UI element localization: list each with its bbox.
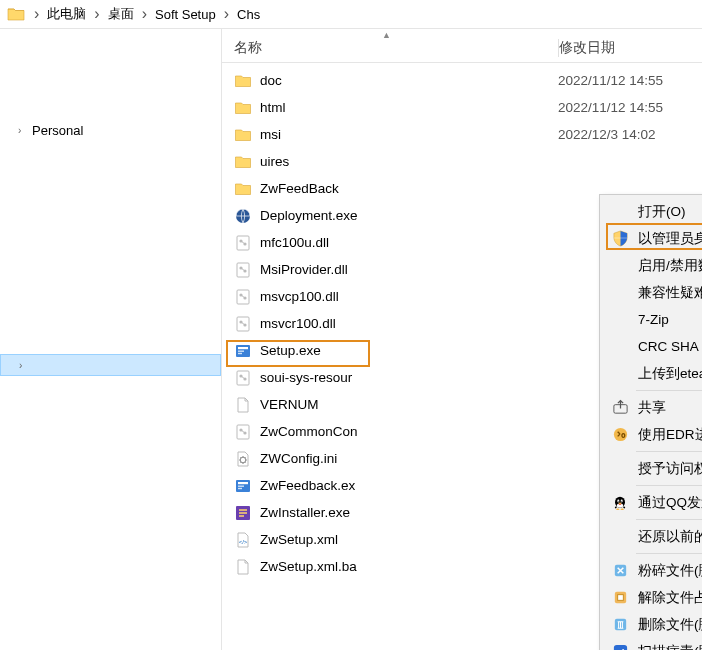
context-menu-label: 还原以前的版本(V) <box>638 528 702 546</box>
context-menu-item[interactable]: 使用EDR进行扫描 <box>602 421 702 448</box>
sidebar-item-personal[interactable]: Personal <box>0 119 221 141</box>
context-menu-item[interactable]: 启用/禁用数字签名图标 <box>602 252 702 279</box>
context-menu[interactable]: 打开(O)以管理员身份运行(A)启用/禁用数字签名图标兼容性疑难解答(Y)7-Z… <box>599 194 702 650</box>
file-name-cell[interactable]: MsiProvider.dll <box>222 261 558 279</box>
svg-rect-44 <box>617 595 623 601</box>
file-name-cell[interactable]: mfc100u.dll <box>222 234 558 252</box>
dll-icon <box>234 315 252 333</box>
column-header-name[interactable]: 名称 <box>222 39 558 57</box>
context-menu-separator <box>636 553 702 554</box>
folder-icon <box>234 126 252 144</box>
share-icon <box>610 398 630 418</box>
breadcrumb-item[interactable]: 桌面 <box>104 0 138 28</box>
file-name-cell[interactable]: html <box>222 99 558 117</box>
svg-point-36 <box>618 500 619 501</box>
file-name-cell[interactable]: VERNUM <box>222 396 558 414</box>
context-menu-item[interactable]: 共享 <box>602 394 702 421</box>
address-bar[interactable]: 此电脑 桌面 Soft Setup Chs <box>0 0 702 28</box>
chevron-right-icon[interactable] <box>19 360 33 371</box>
tqq4-icon <box>610 642 630 651</box>
context-menu-item[interactable]: 解除文件占用(腾讯电脑管家) <box>602 584 702 611</box>
context-menu-item[interactable]: 还原以前的版本(V) <box>602 523 702 550</box>
chevron-right-icon[interactable] <box>138 5 151 23</box>
dll-icon <box>234 288 252 306</box>
svg-point-39 <box>616 508 619 510</box>
blank-icon <box>610 337 630 357</box>
context-menu-item[interactable]: CRC SHA <box>602 333 702 360</box>
breadcrumb-item[interactable]: Chs <box>233 0 264 28</box>
file-row[interactable]: msi2022/12/3 14:02 <box>222 121 702 148</box>
file-row[interactable]: html2022/11/12 14:55 <box>222 94 702 121</box>
breadcrumb-item[interactable]: Soft Setup <box>151 0 220 28</box>
file-name-cell[interactable]: soui-sys-resour <box>222 369 558 387</box>
folder-icon <box>234 180 252 198</box>
file-name-cell[interactable]: msvcr100.dll <box>222 315 558 333</box>
sort-indicator-icon: ▲ <box>382 30 391 40</box>
file-name-cell[interactable]: Deployment.exe <box>222 207 558 225</box>
column-headers[interactable]: 名称 修改日期 <box>222 29 702 63</box>
breadcrumb-item[interactable]: 此电脑 <box>43 0 90 28</box>
chevron-right-icon[interactable] <box>30 5 43 23</box>
context-menu-label: 使用EDR进行扫描 <box>638 426 702 444</box>
context-menu-item[interactable]: 上传到eteams <box>602 360 702 387</box>
sidebar-item-selected[interactable] <box>0 354 221 376</box>
context-menu-item[interactable]: 7-Zip <box>602 306 702 333</box>
context-menu-item[interactable]: 扫描病毒(腾讯电脑管家) <box>602 638 702 650</box>
context-menu-label: CRC SHA <box>638 339 702 354</box>
context-menu-item[interactable]: 授予访问权限(G) <box>602 455 702 482</box>
shield-icon <box>610 229 630 249</box>
svg-point-40 <box>621 508 624 510</box>
file-date-cell: 2022/12/3 14:02 <box>558 127 702 142</box>
file-name-cell[interactable]: </>ZwSetup.xml <box>222 531 558 549</box>
blank-icon <box>610 527 630 547</box>
dll-icon <box>234 234 252 252</box>
navigation-pane[interactable]: Personal <box>0 29 222 650</box>
svg-rect-25 <box>238 482 248 484</box>
file-name-cell[interactable]: ZwFeedback.ex <box>222 477 558 495</box>
context-menu-item[interactable]: 粉碎文件(腾讯电脑管家) <box>602 557 702 584</box>
file-name-cell[interactable]: msi <box>222 126 558 144</box>
chevron-right-icon[interactable] <box>18 125 32 136</box>
file-name-label: ZwCommonCon <box>260 424 358 439</box>
svg-point-37 <box>621 500 622 501</box>
folder-icon <box>234 99 252 117</box>
main-area: Personal ▲ 名称 修改日期 doc2022/11/12 14:55ht… <box>0 29 702 650</box>
file-name-cell[interactable]: ZWConfig.ini <box>222 450 558 468</box>
file-name-cell[interactable]: ZwFeedBack <box>222 180 558 198</box>
file-name-label: Setup.exe <box>260 343 321 358</box>
context-menu-item[interactable]: 兼容性疑难解答(Y) <box>602 279 702 306</box>
tqq1-icon <box>610 561 630 581</box>
context-menu-item[interactable]: 通过QQ发送到 <box>602 489 702 516</box>
blank-icon <box>610 459 630 479</box>
sidebar-item-label: Personal <box>32 123 83 138</box>
file-name-cell[interactable]: doc <box>222 72 558 90</box>
context-menu-item[interactable]: 删除文件(腾讯电脑管家) <box>602 611 702 638</box>
file-name-label: ZwFeedBack <box>260 181 339 196</box>
context-menu-separator <box>636 485 702 486</box>
explorer-window: 此电脑 桌面 Soft Setup Chs Personal ▲ 名称 <box>0 0 702 650</box>
file-name-label: uires <box>260 154 289 169</box>
file-name-cell[interactable]: ZwSetup.xml.ba <box>222 558 558 576</box>
xml-icon: </> <box>234 531 252 549</box>
context-menu-separator <box>636 451 702 452</box>
file-name-cell[interactable]: ZwCommonCon <box>222 423 558 441</box>
file-row[interactable]: doc2022/11/12 14:55 <box>222 67 702 94</box>
context-menu-label: 授予访问权限(G) <box>638 460 702 478</box>
chevron-right-icon[interactable] <box>220 5 233 23</box>
file-name-cell[interactable]: ZwInstaller.exe <box>222 504 558 522</box>
qq-icon <box>610 493 630 513</box>
context-menu-label: 兼容性疑难解答(Y) <box>638 284 702 302</box>
blank-icon <box>610 256 630 276</box>
file-name-cell[interactable]: uires <box>222 153 558 171</box>
file-row[interactable]: uires <box>222 148 702 175</box>
file-name-cell[interactable]: Setup.exe <box>222 342 558 360</box>
column-header-date[interactable]: 修改日期 <box>559 39 702 57</box>
chevron-right-icon[interactable] <box>90 5 103 23</box>
context-menu-separator <box>636 390 702 391</box>
context-menu-item[interactable]: 打开(O) <box>602 198 702 225</box>
svg-rect-26 <box>238 485 244 486</box>
file-name-cell[interactable]: msvcp100.dll <box>222 288 558 306</box>
context-menu-label: 上传到eteams <box>638 365 702 383</box>
context-menu-item[interactable]: 以管理员身份运行(A) <box>602 225 702 252</box>
svg-rect-27 <box>238 487 242 488</box>
